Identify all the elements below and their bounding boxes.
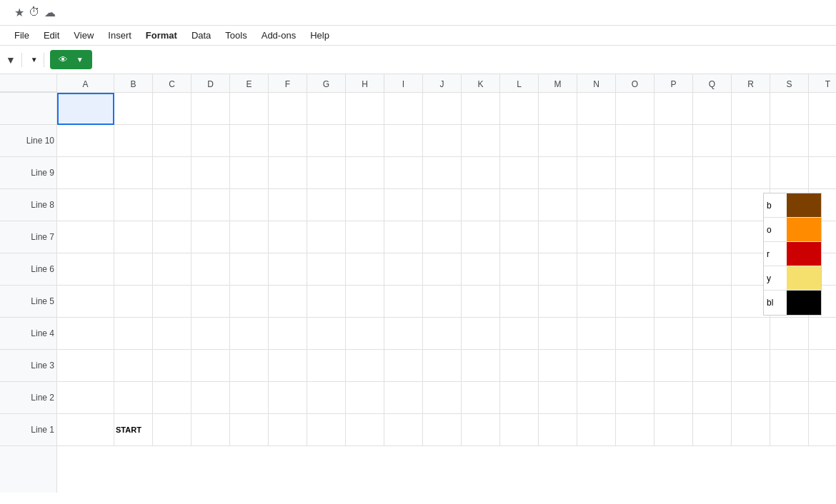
cell-A3[interactable] — [57, 157, 114, 189]
zoom-chevron[interactable]: ▼ — [31, 56, 38, 64]
cell-P8[interactable] — [655, 318, 693, 350]
cell-Q11[interactable] — [693, 414, 732, 446]
cell-I6[interactable] — [384, 253, 423, 286]
cell-H1[interactable] — [346, 93, 384, 125]
star-icon[interactable]: ★ — [14, 6, 24, 19]
cell-T8[interactable] — [809, 318, 836, 350]
cell-F2[interactable] — [269, 125, 307, 157]
cell-A9[interactable] — [57, 350, 114, 382]
cell-F9[interactable] — [269, 350, 307, 382]
cell-B10[interactable] — [114, 382, 153, 414]
cell-J9[interactable] — [423, 350, 462, 382]
cloud-icon[interactable]: ☁ — [44, 6, 56, 19]
cell-F6[interactable] — [269, 253, 307, 286]
cell-P3[interactable] — [655, 157, 693, 189]
cell-F4[interactable] — [269, 189, 307, 221]
cell-Q10[interactable] — [693, 382, 732, 414]
cell-D4[interactable] — [191, 189, 230, 221]
cell-Q3[interactable] — [693, 157, 732, 189]
cell-D8[interactable] — [191, 318, 230, 350]
cell-K11[interactable] — [462, 414, 500, 446]
cell-K3[interactable] — [462, 157, 500, 189]
cell-T2[interactable] — [809, 125, 836, 157]
cell-F5[interactable] — [269, 221, 307, 253]
cell-O1[interactable] — [616, 93, 655, 125]
cell-D5[interactable] — [191, 221, 230, 253]
cell-C9[interactable] — [153, 350, 191, 382]
menu-insert[interactable]: Insert — [102, 27, 137, 44]
cell-R3[interactable] — [732, 157, 770, 189]
cell-R8[interactable] — [732, 318, 770, 350]
cell-G3[interactable] — [307, 157, 346, 189]
cell-P11[interactable] — [655, 414, 693, 446]
cell-K8[interactable] — [462, 318, 500, 350]
cell-G4[interactable] — [307, 189, 346, 221]
cell-D9[interactable] — [191, 350, 230, 382]
cell-K10[interactable] — [462, 382, 500, 414]
cell-L2[interactable] — [500, 125, 539, 157]
cell-S11[interactable] — [770, 414, 809, 446]
cell-C11[interactable] — [153, 414, 191, 446]
cell-E9[interactable] — [230, 350, 269, 382]
cell-O5[interactable] — [616, 221, 655, 253]
cell-I1[interactable] — [384, 93, 423, 125]
cell-N6[interactable] — [577, 253, 616, 286]
cell-N8[interactable] — [577, 318, 616, 350]
cell-M11[interactable] — [539, 414, 577, 446]
cell-C8[interactable] — [153, 318, 191, 350]
cell-T1[interactable] — [809, 93, 836, 125]
cell-S10[interactable] — [770, 382, 809, 414]
cell-A1[interactable] — [57, 93, 114, 125]
cell-T9[interactable] — [809, 350, 836, 382]
cell-P2[interactable] — [655, 125, 693, 157]
cell-L11[interactable] — [500, 414, 539, 446]
cell-D6[interactable] — [191, 253, 230, 286]
cell-K4[interactable] — [462, 189, 500, 221]
cell-B9[interactable] — [114, 350, 153, 382]
cell-P9[interactable] — [655, 350, 693, 382]
cell-L5[interactable] — [500, 221, 539, 253]
cell-M3[interactable] — [539, 157, 577, 189]
cell-E10[interactable] — [230, 382, 269, 414]
cell-N7[interactable] — [577, 286, 616, 318]
cell-B2[interactable] — [114, 125, 153, 157]
cell-B1[interactable] — [114, 93, 153, 125]
cell-K9[interactable] — [462, 350, 500, 382]
cell-Q8[interactable] — [693, 318, 732, 350]
cell-R10[interactable] — [732, 382, 770, 414]
cell-Q4[interactable] — [693, 189, 732, 221]
cell-L7[interactable] — [500, 286, 539, 318]
cell-G1[interactable] — [307, 93, 346, 125]
cell-Q7[interactable] — [693, 286, 732, 318]
cell-G6[interactable] — [307, 253, 346, 286]
cell-C6[interactable] — [153, 253, 191, 286]
cell-I9[interactable] — [384, 350, 423, 382]
cell-Q6[interactable] — [693, 253, 732, 286]
cell-N9[interactable] — [577, 350, 616, 382]
cell-B7[interactable] — [114, 286, 153, 318]
cell-A6[interactable] — [57, 253, 114, 286]
cell-C4[interactable] — [153, 189, 191, 221]
cell-N10[interactable] — [577, 382, 616, 414]
cell-H4[interactable] — [346, 189, 384, 221]
cell-M8[interactable] — [539, 318, 577, 350]
cell-M4[interactable] — [539, 189, 577, 221]
cell-M5[interactable] — [539, 221, 577, 253]
cell-K1[interactable] — [462, 93, 500, 125]
menu-help[interactable]: Help — [304, 27, 335, 44]
cell-R11[interactable] — [732, 414, 770, 446]
cell-I8[interactable] — [384, 318, 423, 350]
cell-J8[interactable] — [423, 318, 462, 350]
cell-D7[interactable] — [191, 286, 230, 318]
cell-H9[interactable] — [346, 350, 384, 382]
cell-Q1[interactable] — [693, 93, 732, 125]
cell-P10[interactable] — [655, 382, 693, 414]
cell-E1[interactable] — [230, 93, 269, 125]
cell-J3[interactable] — [423, 157, 462, 189]
cell-F11[interactable] — [269, 414, 307, 446]
cell-P1[interactable] — [655, 93, 693, 125]
cell-A2[interactable] — [57, 125, 114, 157]
cell-C3[interactable] — [153, 157, 191, 189]
cell-I5[interactable] — [384, 221, 423, 253]
cell-F10[interactable] — [269, 382, 307, 414]
